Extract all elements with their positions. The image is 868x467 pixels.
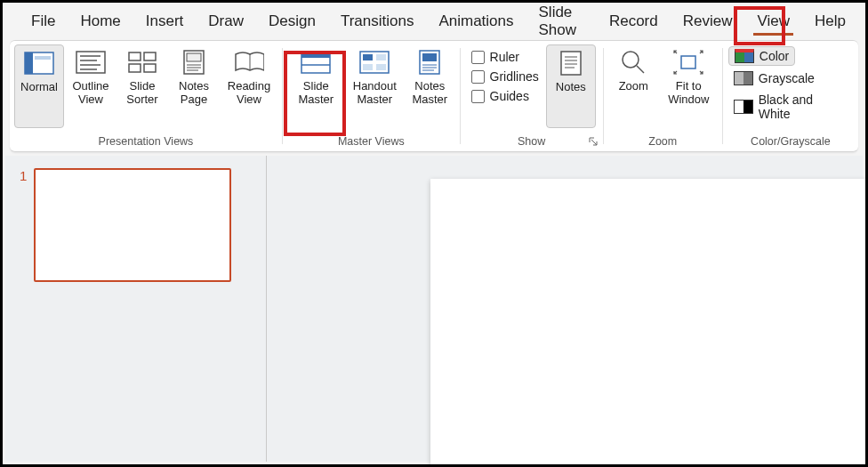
svg-rect-13 (187, 53, 201, 61)
tab-record[interactable]: Record (597, 5, 671, 37)
tab-review[interactable]: Review (671, 5, 745, 37)
svg-rect-10 (129, 64, 141, 72)
reading-view-icon (234, 50, 264, 75)
show-dialog-launcher[interactable] (587, 135, 599, 148)
notes-button[interactable]: Notes (546, 44, 596, 128)
ribbon: Normal Outline View Slide Sorter (10, 40, 858, 152)
slide-sorter-label: Slide Sorter (126, 80, 157, 107)
show-group-label: Show (466, 135, 598, 148)
fit-window-icon (673, 50, 703, 75)
notes-master-icon (414, 50, 445, 75)
notes-page-label: Notes Page (179, 80, 209, 107)
svg-rect-22 (363, 54, 373, 60)
svg-rect-25 (376, 64, 386, 70)
bw-mode-button[interactable]: Black and White (728, 91, 853, 123)
zoom-label: Zoom (619, 80, 648, 93)
fit-window-label: Fit to Window (668, 80, 709, 107)
color-label: Color (760, 49, 789, 63)
svg-rect-19 (301, 52, 330, 58)
tab-help[interactable]: Help (802, 5, 858, 37)
handout-master-label: Handout Master (353, 80, 397, 107)
svg-point-36 (623, 52, 639, 68)
master-views-group-label: Master Views (288, 135, 454, 148)
group-presentation-views: Normal Outline View Slide Sorter (10, 41, 282, 151)
gridlines-label: Gridlines (490, 69, 539, 84)
ruler-checkbox[interactable]: Ruler (471, 50, 539, 64)
svg-rect-1 (25, 52, 33, 74)
svg-rect-27 (422, 53, 437, 61)
zoom-icon (618, 50, 648, 75)
slide-master-button[interactable]: Slide Master (287, 44, 344, 128)
svg-rect-8 (129, 52, 141, 60)
svg-rect-11 (144, 64, 156, 72)
slide-sorter-icon (127, 50, 157, 75)
svg-rect-9 (144, 52, 156, 60)
bw-label: Black and White (759, 93, 848, 121)
slide-master-label: Slide Master (298, 80, 334, 107)
group-color-grayscale: Color Grayscale Black and White Color/Gr… (723, 41, 858, 151)
slide-master-icon (301, 50, 331, 75)
zoom-group-label: Zoom (609, 135, 717, 148)
outline-view-icon (76, 50, 106, 75)
normal-view-button[interactable]: Normal (14, 44, 64, 128)
tab-home[interactable]: Home (68, 5, 133, 37)
workspace: 1 (5, 156, 863, 462)
svg-rect-38 (681, 56, 695, 68)
grayscale-label: Grayscale (759, 71, 815, 85)
outline-view-button[interactable]: Outline View (66, 44, 116, 128)
zoom-button[interactable]: Zoom (608, 44, 658, 128)
notes-page-button[interactable]: Notes Page (169, 44, 219, 128)
checkbox-icon (471, 51, 485, 64)
svg-line-37 (637, 66, 644, 73)
normal-view-icon (24, 51, 54, 76)
slide-number: 1 (20, 168, 27, 183)
reading-view-label: Reading View (228, 80, 270, 107)
tab-slideshow[interactable]: Slide Show (526, 0, 597, 46)
notes-master-label: Notes Master (412, 80, 447, 107)
reading-view-button[interactable]: Reading View (221, 44, 277, 128)
normal-view-label: Normal (20, 81, 58, 94)
ruler-label: Ruler (490, 50, 519, 64)
slide-sorter-button[interactable]: Slide Sorter (117, 44, 167, 128)
tab-animations[interactable]: Animations (426, 5, 526, 37)
grayscale-swatch-icon (734, 71, 753, 85)
handout-master-icon (359, 50, 390, 75)
notes-icon (556, 51, 586, 76)
notes-label: Notes (556, 81, 586, 94)
checkbox-icon (471, 90, 485, 103)
color-mode-button[interactable]: Color (728, 46, 795, 66)
app-window: File Home Insert Draw Design Transitions… (0, 0, 868, 467)
color-group-label: Color/Grayscale (728, 135, 853, 148)
svg-rect-2 (35, 56, 51, 60)
grayscale-mode-button[interactable]: Grayscale (728, 69, 820, 87)
slide-canvas[interactable] (430, 179, 868, 467)
color-swatch-icon (735, 49, 754, 63)
slide-thumbnail[interactable] (34, 168, 231, 282)
tab-file[interactable]: File (19, 5, 68, 37)
tab-insert[interactable]: Insert (133, 5, 197, 37)
svg-rect-23 (376, 54, 386, 60)
group-show: Ruler Gridlines Guides Notes (461, 41, 603, 151)
ribbon-tabs: File Home Insert Draw Design Transitions… (3, 3, 865, 40)
notes-master-button[interactable]: Notes Master (405, 44, 454, 128)
tab-draw[interactable]: Draw (196, 5, 256, 37)
presentation-views-group-label: Presentation Views (15, 135, 277, 148)
tab-transitions[interactable]: Transitions (328, 5, 427, 37)
handout-master-button[interactable]: Handout Master (346, 44, 403, 128)
thumbnail-pane[interactable]: 1 (5, 156, 267, 462)
guides-checkbox[interactable]: Guides (471, 89, 539, 103)
guides-label: Guides (490, 89, 529, 103)
gridlines-checkbox[interactable]: Gridlines (471, 69, 539, 84)
svg-rect-24 (363, 64, 373, 70)
slide-thumbnail-1[interactable]: 1 (20, 168, 252, 282)
tab-design[interactable]: Design (256, 5, 328, 37)
tab-view[interactable]: View (744, 5, 802, 37)
editor-pane (267, 156, 863, 462)
bw-swatch-icon (734, 100, 753, 114)
group-master-views: Slide Master Handout Master Notes Master… (283, 41, 460, 151)
checkbox-icon (471, 70, 485, 84)
outline-view-label: Outline View (72, 80, 108, 107)
group-zoom: Zoom Fit to Window Zoom (604, 41, 722, 151)
notes-page-icon (179, 50, 209, 75)
fit-to-window-button[interactable]: Fit to Window (660, 44, 717, 128)
